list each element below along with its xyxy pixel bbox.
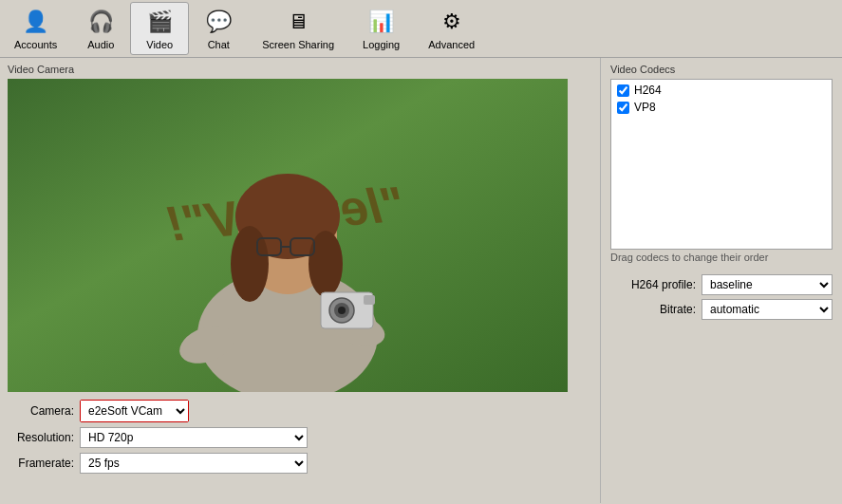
bitrate-row: Bitrate: automatic512 kbps1 Mbps2 Mbps [610, 299, 833, 320]
left-panel: Video Camera [0, 58, 600, 503]
logging-label: Logging [363, 39, 400, 50]
main-content: Video Camera [0, 58, 842, 503]
h264-profile-label: H264 profile: [610, 278, 696, 291]
framerate-select[interactable]: 25 fps30 fps15 fps10 fps [80, 453, 308, 474]
h264-profile-select[interactable]: baselinemainhigh [702, 274, 833, 295]
camera-row: Camera: e2eSoft VCamDefault CameraUSB Ca… [8, 400, 592, 422]
toolbar-item-screen-sharing[interactable]: 🖥Screen Sharing [248, 2, 348, 55]
video-icon: 🎬 [144, 7, 175, 37]
toolbar-item-audio[interactable]: 🎧Audio [71, 2, 130, 55]
toolbar: 👤Accounts🎧Audio🎬Video💬Chat🖥Screen Sharin… [0, 0, 842, 58]
codec-item-h264[interactable]: H264 [617, 84, 826, 97]
svg-point-16 [338, 307, 346, 314]
bitrate-label: Bitrate: [610, 303, 696, 316]
advanced-icon: ⚙ [437, 7, 467, 37]
resolution-row: Resolution: HD 720pSD 480pFull HD 1080p3… [8, 427, 592, 448]
codecs-label: Video Codecs [610, 64, 833, 75]
video-preview-inner: "let us V"! [8, 79, 568, 392]
screen-sharing-icon: 🖥 [283, 7, 313, 37]
toolbar-item-logging[interactable]: 📊Logging [348, 2, 414, 55]
video-camera-label: Video Camera [8, 64, 592, 75]
video-label: Video [146, 39, 173, 50]
chat-icon: 💬 [203, 7, 234, 37]
svg-rect-17 [364, 295, 375, 305]
chat-label: Chat [208, 39, 230, 50]
resolution-label: Resolution: [8, 431, 74, 444]
accounts-icon: 👤 [21, 7, 51, 37]
toolbar-item-chat[interactable]: 💬Chat [189, 2, 248, 55]
codec-item-vp8[interactable]: VP8 [617, 101, 826, 114]
camera-select-wrapper: e2eSoft VCamDefault CameraUSB Camera [80, 400, 189, 422]
video-preview: "let us V"! [8, 79, 568, 392]
camera-label: Camera: [8, 404, 74, 418]
camera-select[interactable]: e2eSoft VCamDefault CameraUSB Camera [81, 401, 188, 421]
resolution-select[interactable]: HD 720pSD 480pFull HD 1080p360p [80, 427, 308, 448]
audio-label: Audio [87, 39, 114, 50]
codec-checkbox-vp8[interactable] [617, 102, 629, 114]
drag-hint: Drag codecs to change their order [610, 252, 833, 263]
framerate-row: Framerate: 25 fps30 fps15 fps10 fps [8, 453, 592, 474]
codecs-section: Video Codecs H264VP8 Drag codecs to chan… [610, 64, 833, 263]
framerate-label: Framerate: [8, 457, 74, 470]
logging-icon: 📊 [366, 7, 397, 37]
controls-area: Camera: e2eSoft VCamDefault CameraUSB Ca… [8, 400, 592, 474]
codecs-box: H264VP8 [610, 79, 833, 250]
h264-profile-row: H264 profile: baselinemainhigh [610, 274, 833, 295]
codec-label-vp8: VP8 [634, 101, 656, 114]
bitrate-select[interactable]: automatic512 kbps1 Mbps2 Mbps [702, 299, 833, 320]
toolbar-item-advanced[interactable]: ⚙Advanced [414, 2, 489, 55]
audio-icon: 🎧 [85, 7, 116, 37]
toolbar-item-accounts[interactable]: 👤Accounts [0, 2, 71, 55]
toolbar-item-video[interactable]: 🎬Video [130, 2, 189, 55]
video-svg: "let us V"! [8, 79, 568, 392]
screen-sharing-label: Screen Sharing [262, 39, 334, 50]
accounts-label: Accounts [14, 39, 57, 50]
codec-label-h264: H264 [634, 84, 662, 97]
advanced-label: Advanced [428, 39, 475, 50]
codec-checkbox-h264[interactable] [617, 84, 629, 97]
right-panel: Video Codecs H264VP8 Drag codecs to chan… [600, 58, 842, 503]
h264-profile-section: H264 profile: baselinemainhigh Bitrate: … [610, 271, 833, 320]
